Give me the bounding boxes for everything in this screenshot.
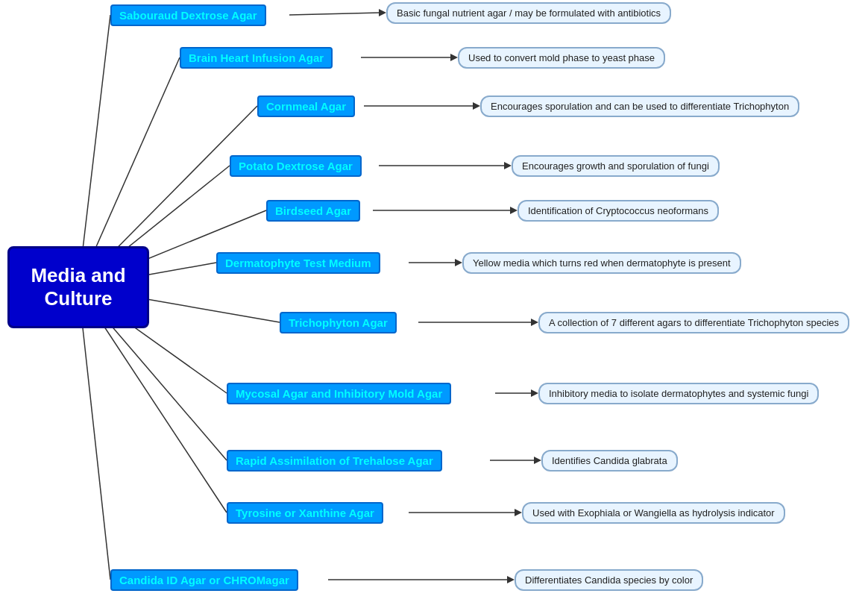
agar-node-mycosal: Mycosal Agar and Inhibitory Mold Agar bbox=[227, 383, 451, 404]
agar-node-candida: Candida ID Agar or CHROMagar bbox=[110, 569, 298, 591]
desc-node-mycosal: Inhibitory media to isolate dermatophyte… bbox=[538, 383, 819, 404]
agar-node-potato: Potato Dextrose Agar bbox=[230, 155, 362, 177]
svg-marker-26 bbox=[534, 457, 541, 464]
center-node: Media andCulture bbox=[7, 246, 149, 328]
desc-node-tyrosine: Used with Exophiala or Wangiella as hydr… bbox=[522, 502, 785, 524]
agar-node-brain-heart: Brain Heart Infusion Agar bbox=[180, 47, 333, 69]
desc-node-candida: Differentiates Candida species by color bbox=[515, 569, 703, 591]
desc-node-cornmeal: Encourages sporulation and can be used t… bbox=[480, 95, 799, 117]
desc-node-rapid: Identifies Candida glabrata bbox=[541, 450, 678, 472]
svg-marker-32 bbox=[507, 576, 515, 583]
svg-marker-17 bbox=[455, 259, 462, 266]
agar-node-cornmeal: Cornmeal Agar bbox=[257, 95, 355, 117]
svg-marker-29 bbox=[515, 509, 522, 516]
agar-node-trichophyton: Trichophyton Agar bbox=[280, 312, 397, 333]
desc-node-potato: Encourages growth and sporulation of fun… bbox=[512, 155, 720, 177]
desc-node-birdseed: Identification of Cryptococcus neoforman… bbox=[518, 200, 719, 222]
desc-node-brain-heart: Used to convert mold phase to yeast phas… bbox=[458, 47, 665, 69]
desc-node-dermatophyte: Yellow media which turns red when dermat… bbox=[462, 252, 741, 274]
center-node-label: Media andCulture bbox=[31, 264, 125, 310]
agar-node-birdseed: Birdseed Agar bbox=[266, 200, 360, 222]
svg-line-1 bbox=[289, 13, 380, 15]
svg-marker-11 bbox=[504, 162, 512, 169]
desc-node-sabouraud: Basic fungal nutrient agar / may be form… bbox=[386, 2, 671, 24]
agar-node-tyrosine: Tyrosine or Xanthine Agar bbox=[227, 502, 383, 524]
svg-marker-2 bbox=[379, 9, 386, 16]
svg-marker-5 bbox=[450, 54, 458, 61]
svg-marker-8 bbox=[473, 102, 480, 110]
svg-marker-20 bbox=[531, 319, 538, 326]
svg-marker-23 bbox=[531, 389, 538, 397]
desc-node-trichophyton: A collection of 7 different agars to dif… bbox=[538, 312, 849, 333]
agar-node-dermatophyte: Dermatophyte Test Medium bbox=[216, 252, 380, 274]
agar-node-rapid: Rapid Assimilation of Trehalose Agar bbox=[227, 450, 442, 472]
svg-line-30 bbox=[78, 287, 110, 580]
agar-node-sabouraud: Sabouraud Dextrose Agar bbox=[110, 4, 266, 26]
svg-marker-14 bbox=[510, 207, 518, 214]
